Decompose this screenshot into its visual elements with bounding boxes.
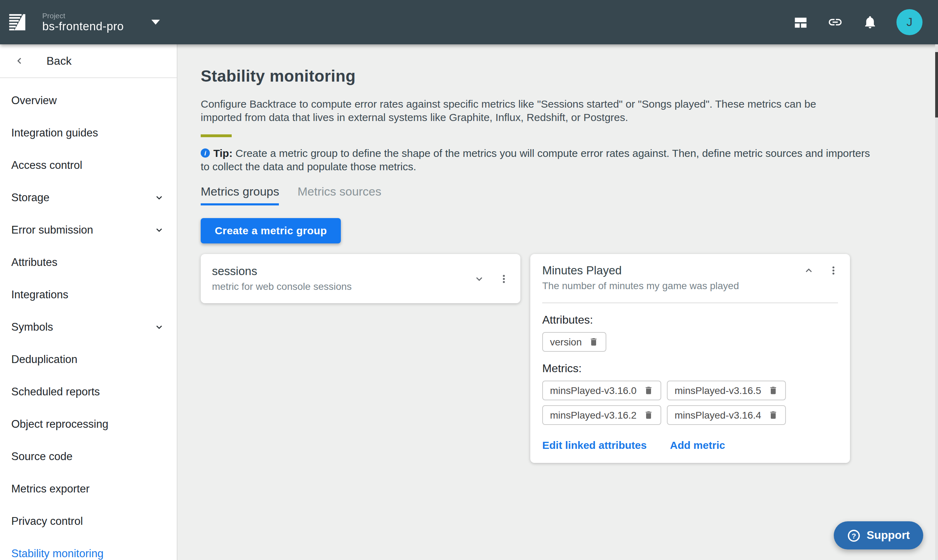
metrics-label: Metrics: (542, 362, 838, 375)
metric-chip: minsPlayed-v3.16.5 (667, 381, 786, 400)
link-icon[interactable] (827, 14, 843, 30)
metric-chip-label: minsPlayed-v3.16.5 (675, 385, 761, 396)
sidebar-item-label: Overview (11, 94, 57, 107)
page-title: Stability monitoring (201, 67, 938, 86)
sidebar-item-label: Source code (11, 450, 73, 463)
chevron-down-icon (154, 322, 164, 332)
sidebar-item-label: Privacy control (11, 515, 83, 528)
edit-linked-attributes-link[interactable]: Edit linked attributes (542, 439, 647, 451)
sidebar-item-metrics-exporter[interactable]: Metrics exporter (0, 473, 177, 505)
trash-icon[interactable] (589, 337, 599, 347)
chevron-up-icon[interactable] (804, 265, 814, 276)
kebab-menu-icon[interactable] (498, 274, 509, 285)
info-icon: i (201, 148, 210, 158)
attribute-chips: version (542, 332, 838, 352)
card-divider (542, 303, 838, 303)
chevron-down-icon (154, 225, 164, 235)
sidebar-item-label: Stability monitoring (11, 547, 103, 560)
add-metric-link[interactable]: Add metric (670, 439, 725, 451)
metric-group-card-minutes-played: Minutes Played The number of minutes my … (530, 254, 850, 463)
settings-sidebar: Back Overview Integration guides Access … (0, 44, 177, 560)
project-block: Project bs-frontend-pro (42, 11, 124, 34)
tab-metrics-groups[interactable]: Metrics groups (201, 185, 279, 205)
card-subtitle: metric for web console sessions (212, 281, 352, 292)
tab-bar: Metrics groups Metrics sources (201, 185, 938, 205)
tip-text: iTip: Create a metric group to define th… (201, 146, 881, 174)
metric-chip-label: minsPlayed-v3.16.2 (550, 409, 637, 421)
page-description: Configure Backtrace to compute error rat… (201, 97, 859, 124)
metric-chip-label: minsPlayed-v3.16.4 (675, 409, 761, 421)
sidebar-item-error-submission[interactable]: Error submission (0, 214, 177, 246)
sidebar-item-label: Attributes (11, 256, 57, 269)
kebab-menu-icon[interactable] (828, 265, 839, 276)
sidebar-item-source-code[interactable]: Source code (0, 440, 177, 473)
support-button[interactable]: ? Support (833, 521, 923, 549)
tab-metrics-sources[interactable]: Metrics sources (298, 185, 381, 205)
tip-label: Tip: (213, 147, 232, 159)
sidebar-item-label: Access control (11, 159, 82, 172)
metric-chip: minsPlayed-v3.16.0 (542, 381, 661, 400)
sidebar-item-label: Deduplication (11, 353, 77, 366)
app-root: Project bs-frontend-pro (0, 0, 938, 560)
card-titles: Minutes Played The number of minutes my … (542, 264, 739, 291)
project-selector[interactable]: Project bs-frontend-pro (8, 11, 160, 34)
avatar[interactable]: J (896, 9, 923, 35)
scrollbar-track[interactable] (935, 44, 938, 560)
sidebar-item-integrations[interactable]: Integrations (0, 278, 177, 311)
accent-divider (201, 134, 232, 137)
sidebar-item-label: Symbols (11, 321, 53, 334)
chevron-down-icon (154, 193, 164, 203)
sidebar-item-label: Metrics exporter (11, 483, 89, 495)
metric-group-cards: sessions metric for web console sessions (201, 254, 938, 463)
sidebar-item-symbols[interactable]: Symbols (0, 311, 177, 343)
sidebar-item-overview[interactable]: Overview (0, 85, 177, 117)
sidebar-item-integration-guides[interactable]: Integration guides (0, 117, 177, 149)
sidebar-item-storage[interactable]: Storage (0, 182, 177, 214)
card-title: Minutes Played (542, 264, 739, 277)
bell-icon[interactable] (862, 14, 878, 30)
card-header: Minutes Played The number of minutes my … (530, 254, 850, 300)
support-label: Support (867, 529, 910, 542)
metric-chips: minsPlayed-v3.16.0 minsPlayed-v3.16.5 mi… (542, 381, 838, 425)
top-bar: Project bs-frontend-pro (0, 0, 938, 44)
dashboard-icon[interactable] (793, 14, 808, 30)
attributes-label: Attributes: (542, 314, 838, 326)
sidebar-item-scheduled-reports[interactable]: Scheduled reports (0, 376, 177, 408)
trash-icon[interactable] (643, 386, 654, 395)
create-metric-group-button[interactable]: Create a metric group (201, 218, 341, 243)
attribute-chip-label: version (550, 336, 582, 348)
card-title: sessions (212, 265, 352, 278)
card-actions (804, 265, 839, 276)
sidebar-item-label: Error submission (11, 224, 93, 236)
trash-icon[interactable] (768, 386, 778, 395)
backtrace-logo-icon (8, 13, 26, 32)
metric-chip: minsPlayed-v3.16.4 (667, 405, 786, 425)
tip-body: Create a metric group to define the shap… (201, 147, 870, 173)
sidebar-item-label: Scheduled reports (11, 386, 100, 398)
sidebar-item-label: Integration guides (11, 127, 98, 139)
card-actions (474, 274, 509, 285)
sidebar-item-access-control[interactable]: Access control (0, 149, 177, 182)
chevron-left-icon (14, 55, 25, 66)
sidebar-item-privacy-control[interactable]: Privacy control (0, 505, 177, 537)
back-button[interactable]: Back (0, 44, 177, 78)
topbar-actions: J (793, 9, 923, 35)
sidebar-item-label: Object reprocessing (11, 418, 108, 431)
scrollbar-thumb[interactable] (935, 52, 938, 117)
sidebar-item-object-reprocessing[interactable]: Object reprocessing (0, 408, 177, 440)
card-header: sessions metric for web console sessions (201, 257, 520, 301)
main-content: Stability monitoring Configure Backtrace… (177, 44, 938, 560)
trash-icon[interactable] (768, 410, 778, 420)
sidebar-item-attributes[interactable]: Attributes (0, 246, 177, 278)
card-titles: sessions metric for web console sessions (212, 265, 352, 292)
back-label: Back (46, 54, 71, 67)
chevron-down-icon[interactable] (474, 274, 484, 285)
sidebar-item-deduplication[interactable]: Deduplication (0, 343, 177, 376)
metric-chip-label: minsPlayed-v3.16.0 (550, 385, 637, 396)
trash-icon[interactable] (643, 410, 654, 420)
chevron-down-icon[interactable] (151, 20, 160, 25)
attribute-chip: version (542, 332, 606, 352)
project-name: bs-frontend-pro (42, 20, 124, 34)
sidebar-item-stability-monitoring[interactable]: Stability monitoring (0, 537, 177, 560)
help-icon: ? (847, 529, 860, 542)
